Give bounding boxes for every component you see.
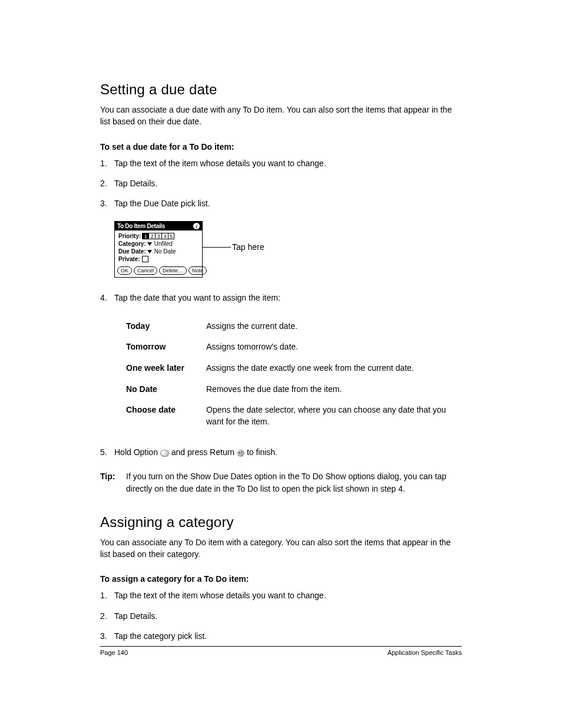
priority-row: Priority: 1 2 3 4 5 <box>118 233 199 239</box>
priority-3[interactable]: 3 <box>155 233 161 239</box>
step-item: 5. Hold Option and press Return to finis… <box>100 446 462 458</box>
table-row: Today Assigns the current date. <box>126 316 456 337</box>
procedure-steps-2: 1. Tap the text of the item whose detail… <box>100 589 462 642</box>
step-item: 2. Tap Details. <box>100 177 462 189</box>
step-text: Tap the text of the item whose details y… <box>114 589 462 601</box>
dialog-titlebar: To Do Item Details i <box>115 222 202 230</box>
step-text: Tap the category pick list. <box>114 630 462 642</box>
dialog-title-text: To Do Item Details <box>117 223 165 229</box>
priority-selector[interactable]: 1 2 3 4 5 <box>142 233 174 239</box>
duedate-value: No Date <box>154 248 176 255</box>
priority-1[interactable]: 1 <box>142 233 148 239</box>
intro-paragraph: You can associate any To Do item with a … <box>100 536 462 561</box>
heading-setting-due-date: Setting a due date <box>100 81 462 98</box>
step5-part-b: and press Return <box>171 447 237 457</box>
step-number: 4. <box>100 292 114 304</box>
callout-line <box>203 247 231 248</box>
category-label: Category: <box>118 241 146 247</box>
step-number: 5. <box>100 446 114 458</box>
footer-section-name: Application Specific Tasks <box>388 649 462 656</box>
page-footer: Page 140 Application Specific Tasks <box>100 646 462 656</box>
tip-label: Tip: <box>100 470 126 495</box>
procedure-heading: To assign a category for a To Do item: <box>100 574 462 584</box>
option-desc: Assigns the date exactly one week from t… <box>206 358 456 379</box>
todo-item-details-dialog: To Do Item Details i Priority: 1 2 3 4 5… <box>114 221 203 278</box>
step-text: Tap the Due Date pick list. <box>114 197 462 209</box>
step-item: 2. Tap Details. <box>100 610 462 622</box>
step-number: 2. <box>100 610 114 622</box>
intro-paragraph: You can associate a due date with any To… <box>100 104 462 128</box>
option-term: Choose date <box>126 400 206 432</box>
priority-4[interactable]: 4 <box>161 233 168 239</box>
private-row: Private: <box>118 256 199 262</box>
option-term: One week later <box>126 358 206 379</box>
note-button[interactable]: Note <box>189 266 207 275</box>
table-row: One week later Assigns the date exactly … <box>126 358 456 379</box>
category-row[interactable]: Category: Unfiled <box>118 241 199 247</box>
procedure-steps: 1. Tap the text of the item whose detail… <box>100 157 462 210</box>
return-key-icon <box>237 449 244 457</box>
table-row: Choose date Opens the date selector, whe… <box>126 400 456 432</box>
step-number: 3. <box>100 630 114 642</box>
step-text: Tap the date that you want to assign the… <box>114 292 462 304</box>
step-item: 3. Tap the Due Date pick list. <box>100 197 462 209</box>
private-label: Private: <box>118 256 140 262</box>
dialog-figure: To Do Item Details i Priority: 1 2 3 4 5… <box>114 221 462 278</box>
step-item: 1. Tap the text of the item whose detail… <box>100 589 462 601</box>
info-icon[interactable]: i <box>193 223 200 229</box>
step-item: 1. Tap the text of the item whose detail… <box>100 157 462 169</box>
step-number: 2. <box>100 177 114 189</box>
priority-2[interactable]: 2 <box>148 233 155 239</box>
priority-label: Priority: <box>118 233 141 239</box>
option-desc: Removes the due date from the item. <box>206 379 456 400</box>
tip-body: If you turn on the Show Due Dates option… <box>126 470 462 495</box>
procedure-steps-continued: 4. Tap the date that you want to assign … <box>100 292 462 304</box>
category-value: Unfiled <box>154 241 173 247</box>
date-options-table: Today Assigns the current date. Tomorrow… <box>126 316 456 433</box>
step-text: Tap Details. <box>114 610 462 622</box>
table-row: Tomorrow Assigns tomorrow's date. <box>126 337 456 358</box>
option-term: Tomorrow <box>126 337 206 358</box>
table-row: No Date Removes the due date from the it… <box>126 379 456 400</box>
option-desc: Opens the date selector, where you can c… <box>206 400 456 432</box>
option-desc: Assigns the current date. <box>206 316 456 337</box>
step5-part-a: Hold Option <box>114 447 160 457</box>
footer-page-number: Page 140 <box>100 649 128 656</box>
procedure-heading: To set a due date for a To Do item: <box>100 142 462 151</box>
heading-assigning-category: Assigning a category <box>100 514 462 531</box>
option-term: No Date <box>126 379 206 400</box>
step-text: Tap the text of the item whose details y… <box>114 157 462 169</box>
priority-5[interactable]: 5 <box>168 233 174 239</box>
step-number: 1. <box>100 157 114 169</box>
option-desc: Assigns tomorrow's date. <box>206 337 456 358</box>
option-key-icon <box>160 450 169 457</box>
step-text: Tap Details. <box>114 177 462 189</box>
step-number: 1. <box>100 589 114 601</box>
dropdown-icon <box>147 250 152 253</box>
delete-button[interactable]: Delete… <box>159 266 187 275</box>
step-number: 3. <box>100 197 114 209</box>
step5-part-c: to finish. <box>247 447 277 457</box>
step-item: 4. Tap the date that you want to assign … <box>100 292 462 304</box>
duedate-label: Due Date: <box>118 248 146 255</box>
duedate-row[interactable]: Due Date: No Date <box>118 248 199 255</box>
procedure-steps-end: 5. Hold Option and press Return to finis… <box>100 446 462 458</box>
cancel-button[interactable]: Cancel <box>134 266 157 275</box>
tip-block: Tip: If you turn on the Show Due Dates o… <box>100 470 462 495</box>
callout-label: Tap here <box>232 242 264 252</box>
dropdown-icon <box>147 242 152 246</box>
private-checkbox[interactable] <box>142 256 148 262</box>
option-term: Today <box>126 316 206 337</box>
document-page: Setting a due date You can associate a d… <box>0 0 562 728</box>
dialog-buttons: OK Cancel Delete… Note <box>115 265 202 277</box>
step-item: 3. Tap the category pick list. <box>100 630 462 642</box>
step-text: Hold Option and press Return to finish. <box>114 446 462 458</box>
ok-button[interactable]: OK <box>117 266 132 275</box>
